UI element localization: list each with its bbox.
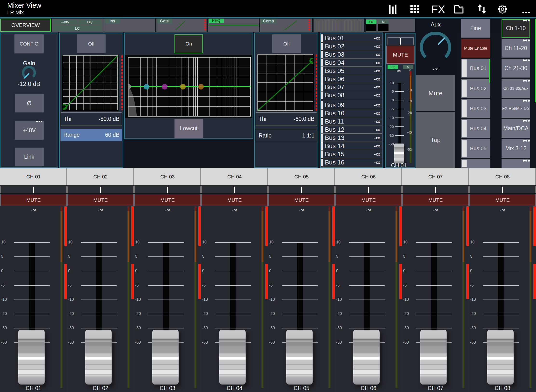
svg-text:FX: FX (431, 3, 445, 15)
